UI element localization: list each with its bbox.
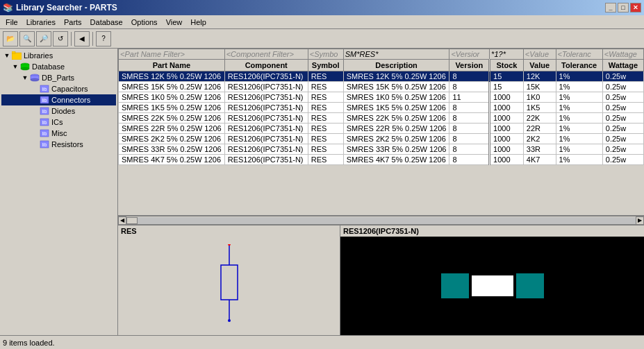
scroll-thumb-left[interactable]: [126, 217, 138, 224]
col-description[interactable]: Description: [343, 60, 449, 71]
cell-tolerance: 1%: [556, 82, 602, 92]
sidebar-item-diodes[interactable]: ▶ lib Diodes: [1, 105, 116, 117]
filter-part-name-cell[interactable]: [119, 49, 225, 60]
cell-tolerance: 1%: [556, 155, 602, 165]
cell-version: 8: [449, 103, 490, 113]
sidebar-item-db-parts[interactable]: ▼ DB_Parts: [1, 72, 116, 83]
filter-description-cell[interactable]: [343, 49, 449, 60]
cell-symbol: RES: [308, 155, 343, 165]
preview-area: RES: [118, 224, 644, 335]
schematic-label: RES: [118, 225, 340, 237]
cell-symbol: RES: [308, 103, 343, 113]
col-stock[interactable]: Stock: [490, 60, 524, 71]
cell-part_name: SMRES 1K5 5% 0.25W 1206: [119, 103, 225, 113]
filter-version-cell[interactable]: [449, 49, 490, 60]
maximize-button[interactable]: □: [618, 3, 629, 12]
cell-tolerance: 1%: [556, 71, 602, 82]
sidebar-item-resistors[interactable]: ▶ lib Resistors: [1, 139, 116, 150]
col-symbol[interactable]: Symbol: [308, 60, 343, 71]
content-area: Part Name Component Symbol Description V…: [118, 49, 644, 335]
diodes-lib-icon: lib: [39, 106, 50, 116]
menu-options[interactable]: Options: [127, 17, 162, 28]
search-button[interactable]: 🔍: [19, 31, 35, 46]
refresh-button[interactable]: ↺: [53, 31, 68, 46]
col-version[interactable]: Version: [449, 60, 490, 71]
cell-component: RES1206(IPC7351-N): [224, 71, 308, 82]
sidebar: ▼ Libraries ▼ Database ▼ DB_P: [0, 49, 118, 335]
filter-tolerance-cell[interactable]: [556, 49, 602, 60]
filter-tolerance-input[interactable]: [556, 49, 602, 59]
filter-stock-input[interactable]: [490, 49, 523, 59]
toggle-libraries[interactable]: ▼: [3, 51, 11, 60]
filter-stock-cell[interactable]: [490, 49, 524, 60]
table-area[interactable]: Part Name Component Symbol Description V…: [118, 49, 644, 216]
table-row[interactable]: SMRES 4K7 5% 0.25W 1206RES1206(IPC7351-N…: [119, 155, 644, 165]
filter-value-input[interactable]: [524, 49, 556, 59]
toggle-db-parts[interactable]: ▼: [21, 74, 29, 82]
sidebar-item-ics[interactable]: ▶ lib ICs: [1, 117, 116, 128]
search-all-button[interactable]: 🔎: [36, 31, 51, 46]
cell-component: RES1206(IPC7351-N): [224, 92, 308, 103]
filter-wattage-cell[interactable]: [602, 49, 643, 60]
footprint-body: [472, 275, 513, 296]
cell-stock: 1000: [490, 155, 524, 165]
cell-tolerance: 1%: [556, 113, 602, 124]
close-button[interactable]: ✕: [630, 3, 641, 12]
svg-text:lib: lib: [42, 131, 47, 136]
sidebar-item-libraries[interactable]: ▼ Libraries: [1, 50, 116, 61]
table-row[interactable]: SMRES 22K 5% 0.25W 1206RES1206(IPC7351-N…: [119, 113, 644, 124]
status-bar: 9 items loaded.: [0, 335, 644, 349]
cell-version: 8: [449, 71, 490, 82]
col-value[interactable]: Value: [523, 60, 556, 71]
col-component[interactable]: Component: [224, 60, 308, 71]
horizontal-scrollbar[interactable]: ◀ ▶: [118, 216, 644, 224]
menu-file[interactable]: File: [1, 17, 22, 28]
toggle-database[interactable]: ▼: [11, 62, 19, 71]
table-row[interactable]: SMRES 22R 5% 0.25W 1206RES1206(IPC7351-N…: [119, 124, 644, 134]
table-row[interactable]: SMRES 15K 5% 0.25W 1206RES1206(IPC7351-N…: [119, 82, 644, 92]
cell-symbol: RES: [308, 124, 343, 134]
cell-stock: 15: [490, 71, 524, 82]
menu-libraries[interactable]: Libraries: [22, 17, 60, 28]
filter-symbol-input[interactable]: [308, 49, 343, 59]
sidebar-item-capacitors[interactable]: ▶ lib Capacitors: [1, 83, 116, 94]
table-row[interactable]: SMRES 2K2 5% 0.25W 1206RES1206(IPC7351-N…: [119, 134, 644, 144]
scroll-right-arrow[interactable]: ▶: [636, 216, 644, 225]
table-row[interactable]: SMRES 1K5 5% 0.25W 1206RES1206(IPC7351-N…: [119, 103, 644, 113]
table-row[interactable]: SMRES 1K0 5% 0.25W 1206RES1206(IPC7351-N…: [119, 92, 644, 103]
cell-value: 22R: [523, 124, 556, 134]
filter-wattage-input[interactable]: [603, 49, 643, 59]
col-wattage[interactable]: Wattage: [602, 60, 643, 71]
col-part-name[interactable]: Part Name: [119, 60, 225, 71]
sidebar-item-connectors[interactable]: ▶ lib Connectors: [1, 94, 116, 105]
menu-parts[interactable]: Parts: [60, 17, 86, 28]
cell-value: 1K0: [523, 92, 556, 103]
menu-view[interactable]: View: [162, 17, 187, 28]
filter-version-input[interactable]: [449, 49, 489, 59]
sidebar-item-misc[interactable]: ▶ lib Misc: [1, 128, 116, 139]
filter-part-name-input[interactable]: [119, 49, 224, 59]
sidebar-item-database[interactable]: ▼ Database: [1, 61, 116, 72]
scroll-track[interactable]: [138, 217, 636, 224]
toolbar: 📂 🔍 🔎 ↺ ◀ ?: [0, 29, 644, 49]
table-row[interactable]: SMRES 12K 5% 0.25W 1206RES1206(IPC7351-N…: [119, 71, 644, 82]
menu-help[interactable]: Help: [186, 17, 210, 28]
svg-point-23: [228, 244, 231, 246]
filter-component-input[interactable]: [225, 49, 308, 59]
cell-component: RES1206(IPC7351-N): [224, 144, 308, 155]
db-parts-icon: [29, 73, 40, 83]
filter-symbol-cell[interactable]: [308, 49, 343, 60]
col-tolerance[interactable]: Tolerance: [556, 60, 602, 71]
open-button[interactable]: 📂: [3, 31, 18, 46]
filter-component-cell[interactable]: [224, 49, 308, 60]
menu-database[interactable]: Database: [86, 17, 127, 28]
filter-value-cell[interactable]: [523, 49, 556, 60]
diodes-label: Diodes: [51, 107, 75, 115]
svg-text:lib: lib: [42, 109, 47, 114]
filter-description-input[interactable]: [344, 49, 449, 59]
back-button[interactable]: ◀: [74, 31, 90, 46]
minimize-button[interactable]: _: [605, 3, 616, 12]
table-row[interactable]: SMRES 33R 5% 0.25W 1206RES1206(IPC7351-N…: [119, 144, 644, 155]
help-button[interactable]: ?: [96, 31, 111, 46]
scroll-left-arrow[interactable]: ◀: [118, 216, 126, 225]
